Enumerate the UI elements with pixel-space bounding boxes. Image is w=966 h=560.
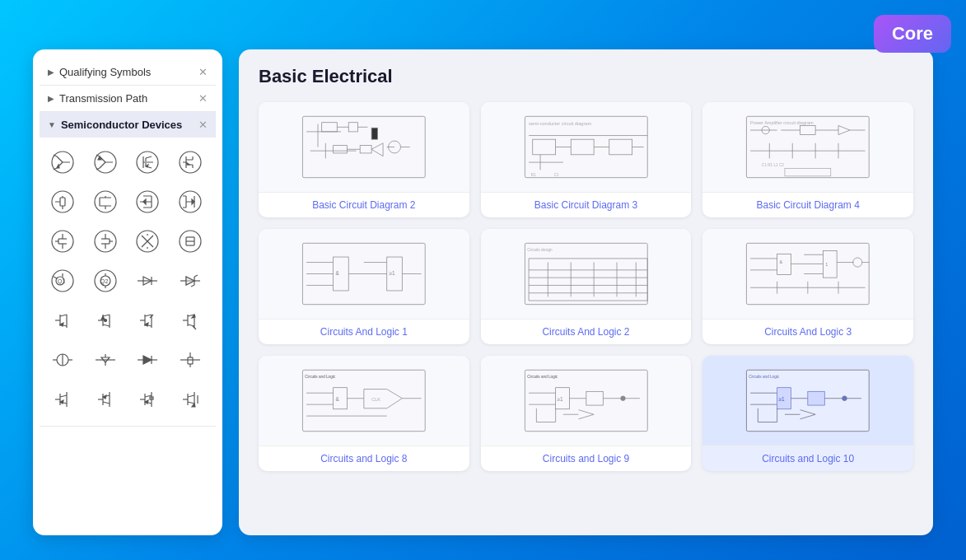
symbol-t3b[interactable]: [87, 223, 124, 259]
svg-marker-110: [101, 316, 105, 320]
symbol-mosfet1[interactable]: [129, 144, 166, 180]
svg-text:Q1: Q1: [58, 278, 65, 285]
svg-line-146: [60, 395, 67, 397]
svg-text:&: &: [335, 396, 339, 402]
transmission-close[interactable]: ✕: [198, 92, 208, 105]
symbol-t7a[interactable]: [44, 381, 81, 418]
transmission-arrow: ▶: [48, 94, 54, 103]
symbol-t2b[interactable]: [87, 184, 124, 220]
symbol-t6b[interactable]: [87, 342, 124, 378]
qualifying-label: Qualifying Symbols: [59, 66, 151, 78]
gallery-item-cal10[interactable]: Circuits and Logic ≥1: [702, 356, 913, 471]
svg-text:≥1: ≥1: [779, 396, 786, 402]
qualifying-arrow: ▶: [48, 68, 54, 77]
gallery-item-cal1[interactable]: & ≥1 Circuits And Logic 1: [259, 229, 469, 344]
svg-marker-168: [192, 404, 195, 407]
symbol-diode1[interactable]: [129, 263, 166, 299]
svg-text:&: &: [335, 270, 339, 276]
symbol-t5b[interactable]: [87, 302, 124, 338]
svg-line-9: [100, 162, 105, 168]
svg-text:CLK: CLK: [371, 397, 380, 402]
gallery-item-bcd4[interactable]: Power Amplifier circuit diagram: [702, 102, 913, 217]
symbol-jfet1[interactable]: [172, 144, 208, 180]
svg-line-97: [191, 285, 194, 287]
gallery-label-cal2: Circuits And Logic 2: [481, 320, 692, 344]
qualifying-close[interactable]: ✕: [198, 66, 208, 78]
gallery-label-bcd2: Basic Circuit Diagram 2: [259, 193, 469, 217]
svg-line-108: [103, 324, 110, 326]
transmission-header[interactable]: ▶ Transmission Path ✕: [40, 86, 216, 111]
symbol-t6a[interactable]: [44, 342, 81, 378]
svg-point-111: [104, 320, 106, 322]
svg-line-107: [103, 315, 110, 316]
symbol-t5a[interactable]: [44, 302, 81, 338]
svg-point-287: [620, 396, 625, 401]
symbol-t7c[interactable]: [129, 381, 166, 418]
svg-line-114: [145, 315, 152, 316]
symbol-t7d[interactable]: [172, 381, 208, 418]
symbol-t3d[interactable]: [172, 223, 208, 259]
gallery-item-cal8[interactable]: Circuits and Logic & CLK: [259, 356, 469, 471]
semiconductor-content: Q1 Q2: [40, 138, 216, 426]
semiconductor-arrow: ▼: [48, 120, 56, 129]
gallery-label-bcd3: Basic Circuit Diagram 3: [481, 193, 692, 217]
svg-marker-135: [143, 356, 152, 364]
gallery-thumb-bcd2: [259, 102, 469, 193]
svg-text:Power Amplifier circuit diagra: Power Amplifier circuit diagram: [750, 120, 814, 125]
svg-text:R1: R1: [531, 173, 536, 177]
core-badge: Core: [874, 15, 951, 53]
right-panel: Basic Electrical: [239, 49, 933, 535]
svg-text:Circuits design: Circuits design: [527, 248, 553, 252]
svg-rect-230: [525, 243, 647, 304]
symbol-t2d[interactable]: [172, 184, 208, 220]
symbol-t3a[interactable]: [44, 223, 81, 259]
gallery-thumb-cal3: & 1: [702, 229, 913, 320]
svg-line-101: [60, 315, 67, 316]
transmission-label: Transmission Path: [59, 92, 147, 105]
symbol-t7b[interactable]: [87, 381, 124, 418]
symbol-t2a[interactable]: [44, 184, 81, 220]
left-panel: ▶ Qualifying Symbols ✕ ▶ Transmission Pa…: [33, 49, 222, 535]
gallery-item-cal3[interactable]: & 1 Circuits And Logic 3: [702, 229, 913, 344]
svg-marker-117: [145, 323, 148, 326]
panel-title: Basic Electrical: [259, 66, 913, 87]
gallery-label-bcd4: Basic Circuit Diagram 4: [702, 193, 913, 217]
svg-marker-6: [57, 165, 59, 168]
svg-point-55: [52, 231, 73, 252]
symbol-zener1[interactable]: [172, 263, 208, 299]
gallery-item-bcd3[interactable]: semi-conductor circuit diagram R1 C1: [481, 102, 692, 217]
qualifying-symbols-header[interactable]: ▶ Qualifying Symbols ✕: [40, 59, 216, 85]
svg-rect-31: [60, 198, 65, 206]
symbol-t2c[interactable]: [129, 184, 166, 220]
semiconductor-close[interactable]: ✕: [198, 119, 208, 131]
gallery-item-cal9[interactable]: Circuits and Logic ≥1: [481, 356, 692, 471]
semiconductor-header[interactable]: ▼ Semiconductor Devices ✕: [40, 112, 216, 138]
symbol-t5d[interactable]: [172, 302, 208, 338]
symbol-t5c[interactable]: [129, 302, 166, 338]
svg-text:≥1: ≥1: [557, 396, 563, 402]
svg-line-96: [194, 275, 198, 277]
gallery-thumb-cal10: Circuits and Logic ≥1: [702, 356, 913, 446]
svg-marker-161: [145, 400, 148, 404]
svg-text:≥1: ≥1: [390, 270, 396, 276]
symbol-pnp1[interactable]: [87, 144, 124, 180]
gallery-item-cal2[interactable]: Circuits design: [481, 229, 692, 344]
svg-text:semi-conductor circuit diagram: semi-conductor circuit diagram: [529, 121, 591, 126]
symbol-t3c[interactable]: [129, 223, 166, 259]
svg-marker-98: [186, 277, 194, 285]
gallery-item-bcd2[interactable]: Basic Circuit Diagram 2: [259, 102, 469, 217]
svg-rect-188: [371, 128, 377, 139]
svg-marker-47: [143, 199, 146, 204]
symbol-t4b[interactable]: Q2: [87, 263, 124, 299]
symbol-t6c[interactable]: [129, 342, 166, 378]
svg-text:Circuits and Logic: Circuits and Logic: [749, 375, 781, 379]
panel-section-transmission: ▶ Transmission Path ✕: [40, 86, 216, 112]
symbol-t6d[interactable]: [172, 342, 208, 378]
semiconductor-label: Semiconductor Devices: [61, 119, 182, 131]
svg-line-165: [188, 395, 194, 397]
symbol-t4a[interactable]: Q1: [44, 263, 81, 299]
svg-point-62: [95, 231, 116, 252]
svg-text:1: 1: [826, 262, 828, 267]
gallery-label-cal3: Circuits And Logic 3: [702, 320, 913, 344]
symbol-npn1[interactable]: [44, 144, 81, 180]
